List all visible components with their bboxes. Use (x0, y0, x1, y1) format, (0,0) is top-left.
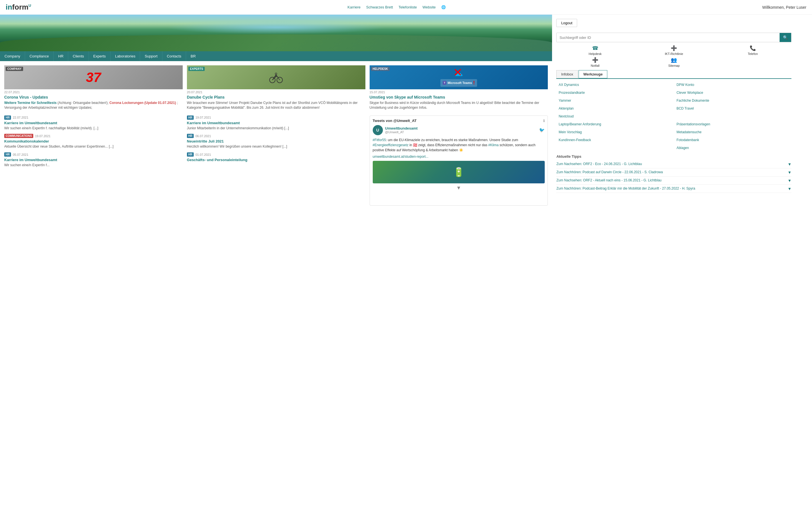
logout-button[interactable]: Logout (556, 19, 577, 27)
date-hr-3: 05.07.2021 (13, 153, 28, 156)
article-karriere-3: HR 05.07.2021 Karriere im Umweltbundesam… (4, 152, 183, 168)
tab-werkzeuge[interactable]: Werkzeuge (578, 70, 607, 78)
twitter-scroll[interactable]: ▼ (373, 185, 545, 191)
telefon-plus-icon: 📞 (750, 45, 756, 51)
werkzeuge-ablagen[interactable]: Ablagen (674, 144, 792, 152)
article-date-3: 15.07.2021 (370, 91, 548, 94)
badge-hr-5: HR (187, 152, 194, 157)
nav-support[interactable]: Support (140, 51, 162, 61)
badge-hr-3: HR (4, 152, 11, 157)
nav-experts[interactable]: Experts (89, 51, 110, 61)
twitter-title: Tweets von @Umwelt_AT (373, 119, 417, 123)
quicklink-notfall[interactable]: ➕ Notfall (556, 57, 634, 67)
werkzeuge-prozesslandkarte[interactable]: Prozesslandkarte (556, 89, 673, 96)
hero-image (0, 15, 552, 51)
nav-br[interactable]: BR (186, 51, 200, 61)
werkzeuge-praesentation[interactable]: Präsentationsvorlagen (674, 121, 792, 128)
title-karriere-3[interactable]: Karriere im Umweltbundesamt (4, 158, 183, 162)
twitter-widget: Tweets von @Umwelt_AT ℹ U Umweltbundesam… (370, 115, 548, 206)
tweet-url[interactable]: umweltbundesamt.at/studien-report... (373, 155, 428, 159)
twitter-account-name[interactable]: Umweltbundesamt (385, 126, 418, 130)
werkzeuge-kundinnen[interactable]: KundInnen-Feedback (556, 136, 673, 144)
nav-hr[interactable]: HR (54, 51, 68, 61)
tipp-1[interactable]: Zum Nachsehen: ORF2 - Eco - 24.06.2021 -… (556, 160, 792, 168)
nav-karriere[interactable]: Karriere (348, 5, 361, 9)
body-karriere-3: Wir suchen eine/n ExpertIn f... (4, 163, 183, 168)
date-hr-4: 06.07.2021 (195, 134, 211, 138)
nav-laboratories[interactable]: Laboratories (110, 51, 140, 61)
article-title-2[interactable]: Danube Cycle Plans (187, 95, 365, 100)
quicklink-sitemap[interactable]: 👥 Sitemap (635, 57, 713, 67)
badge-comm: COMMUNICATIONS (4, 134, 33, 138)
date-hr-2: 19.07.2021 (195, 116, 211, 119)
twitter-bird-icon: 🐦 (539, 127, 545, 133)
nav-clients[interactable]: Clients (68, 51, 89, 61)
nav-schwarzes-brett[interactable]: Schwarzes Brett (366, 5, 393, 9)
quicklink-helpdesk[interactable]: ☎ Helpdesk (556, 45, 634, 55)
badge-hr-4: HR (187, 134, 194, 138)
werkzeuge-yammer[interactable]: Yammer (556, 97, 673, 104)
nav-contacts[interactable]: Contacts (162, 51, 186, 61)
bottom-articles: HR 22.07.2021 Karriere im Umweltbundesam… (4, 115, 548, 206)
welcome-message: Willkommen, Peter Luser (762, 5, 806, 10)
article-body-2: Wir brauchen eure Stimme! Unser Projekt … (187, 101, 365, 110)
klima-link[interactable]: #Klima (488, 143, 499, 147)
werkzeuge-fotodatenbank[interactable]: Fotodatenbank (674, 136, 792, 144)
werkzeuge-metadatensuche[interactable]: Metadatensuche (674, 128, 792, 136)
tipp-2-label: Zum Nachhören: Podcast auf Darwin Circle… (556, 170, 663, 174)
twitter-info-icon[interactable]: ℹ (543, 119, 545, 123)
werkzeuge-empty-2 (556, 144, 673, 152)
exclamation-icon: ! (473, 80, 475, 86)
werkzeuge-aktenplan[interactable]: Aktenplan (556, 105, 673, 112)
badge-company: COMPANY (6, 67, 23, 71)
tipp-4[interactable]: Zum Nachhören: Podcast-Beitrag Erklär mi… (556, 185, 792, 193)
article-experts: EXPERTS (187, 65, 365, 111)
article-title-3[interactable]: Umstieg von Skype auf Microsoft Teams (370, 95, 548, 100)
search-box: 🔍 (556, 33, 792, 42)
date-comm: 19.07.2021 (35, 134, 50, 138)
title-karriere-2[interactable]: Karriere im Umweltbundesamt (187, 121, 365, 125)
top-articles: COMPANY 37 22.07.2021 Corona Virus - Upd… (4, 65, 548, 111)
tipp-3[interactable]: Zum Nachsehen: ORF2 - Aktuell nach eins … (556, 177, 792, 185)
title-geschaefts[interactable]: Geschäfts- und Personaleinteilung (187, 158, 365, 162)
article-title-1[interactable]: Corona Virus - Updates (4, 95, 183, 100)
title-komm[interactable]: Kommunikationskalender (4, 139, 183, 144)
date-hr-5: 01.07.2021 (195, 153, 211, 156)
article-karriere-1: HR 22.07.2021 Karriere im Umweltbundesam… (4, 115, 183, 131)
werkzeuge-nextcloud[interactable]: Nextcloud (556, 113, 673, 120)
sitemap-icon: 👥 (671, 57, 677, 63)
werkzeuge-mein-vorschlag[interactable]: Mein Vorschlag (556, 128, 673, 136)
search-input[interactable] (557, 33, 779, 42)
tipp-2[interactable]: Zum Nachhören: Podcast auf Darwin Circle… (556, 168, 792, 177)
nav-telefonliste[interactable]: Telefonliste (399, 5, 417, 9)
article-link-lockerung[interactable]: Corona Lockerungen (Update 01.07.2021) (109, 101, 176, 105)
werkzeuge-fachliche-dokumente[interactable]: Fachliche Dokumente (674, 97, 792, 104)
article-karriere-2: HR 19.07.2021 Karriere im Umweltbundesam… (187, 115, 365, 131)
quicklink-ikt[interactable]: ➕ IKT-Richtlinie (635, 45, 713, 55)
badge-hr-2: HR (187, 115, 194, 120)
article-neueintritte: HR 06.07.2021 Neueintritte Juli 2021 Her… (187, 134, 365, 149)
header-nav: Karriere Schwarzes Brett Telefonliste We… (348, 5, 446, 9)
energie-link[interactable]: #Energieeffizienzgesetz (373, 143, 409, 147)
quicklink-telefon[interactable]: 📞 Telefon (714, 45, 792, 55)
website-icon: 🌐 (441, 5, 446, 9)
werkzeuge-clever-workplace[interactable]: Clever Workplace (674, 89, 792, 96)
werkzeuge-ax-dynamics[interactable]: AX Dynamics (556, 81, 673, 89)
werkzeuge-laptop[interactable]: Laptop/Beamer Anforderung (556, 121, 673, 128)
nav-compliance[interactable]: Compliance (25, 51, 54, 61)
fitfor55-link[interactable]: #Fitfor55 (373, 138, 386, 142)
nav-website[interactable]: Website (423, 5, 436, 9)
body-karriere-1: Wir suchen eine/n ExpertIn f. nachhaltig… (4, 126, 183, 131)
title-neueintritte[interactable]: Neueintritte Juli 2021 (187, 139, 365, 144)
werkzeuge-dpw-konto[interactable]: DPW Konto (674, 81, 792, 89)
search-button[interactable]: 🔍 (779, 33, 791, 42)
article-number: 37 (86, 69, 101, 85)
tab-infobox[interactable]: Infobox (556, 70, 578, 78)
title-karriere-1[interactable]: Karriere im Umweltbundesamt (4, 121, 183, 125)
article-link-schnelltest[interactable]: Weitere Termine für Schnelltests (4, 101, 57, 105)
quick-links: ☎ Helpdesk ➕ IKT-Richtlinie 📞 Telefon ➕ … (556, 45, 792, 67)
nav-company[interactable]: Company (0, 51, 25, 61)
werkzeuge-bcd-travel[interactable]: BCD Travel (674, 105, 792, 112)
twitter-image: 🔋 (373, 161, 545, 183)
twitter-handle: @Umwelt_AT (385, 130, 418, 134)
